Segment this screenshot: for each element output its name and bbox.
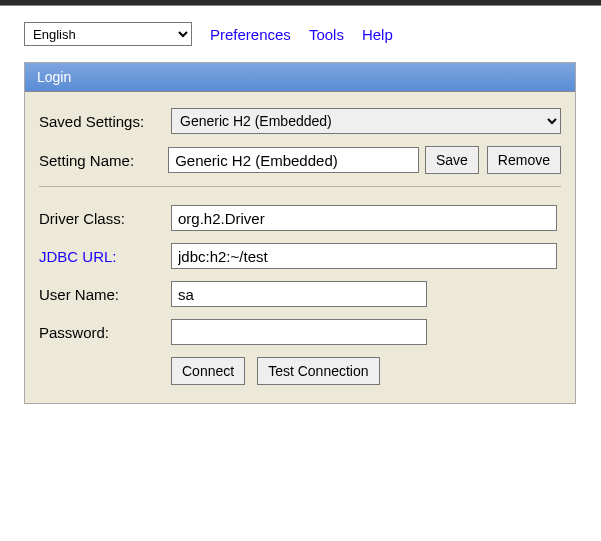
saved-settings-select[interactable]: Generic H2 (Embedded) (171, 108, 561, 134)
setting-buttons: Save Remove (425, 146, 561, 174)
login-panel: Login Saved Settings: Generic H2 (Embedd… (24, 62, 576, 404)
panel-title: Login (25, 63, 575, 92)
jdbc-url-label[interactable]: JDBC URL: (39, 248, 171, 265)
remove-button[interactable]: Remove (487, 146, 561, 174)
connect-button[interactable]: Connect (171, 357, 245, 385)
saved-settings-row: Saved Settings: Generic H2 (Embedded) (39, 108, 561, 134)
password-row: Password: (39, 319, 561, 345)
divider (39, 186, 561, 187)
action-buttons: Connect Test Connection (171, 357, 380, 385)
setting-name-row: Setting Name: Save Remove (39, 146, 561, 174)
setting-name-label: Setting Name: (39, 152, 168, 169)
user-name-input[interactable] (171, 281, 427, 307)
top-nav: English Preferences Tools Help (0, 6, 601, 62)
preferences-link[interactable]: Preferences (210, 26, 291, 43)
driver-class-label: Driver Class: (39, 210, 171, 227)
driver-class-input[interactable] (171, 205, 557, 231)
user-name-label: User Name: (39, 286, 171, 303)
setting-name-input[interactable] (168, 147, 419, 173)
language-select[interactable]: English (24, 22, 192, 46)
driver-class-row: Driver Class: (39, 205, 561, 231)
action-spacer (39, 357, 171, 385)
panel-body: Saved Settings: Generic H2 (Embedded) Se… (25, 92, 575, 403)
help-link[interactable]: Help (362, 26, 393, 43)
user-name-row: User Name: (39, 281, 561, 307)
tools-link[interactable]: Tools (309, 26, 344, 43)
save-button[interactable]: Save (425, 146, 479, 174)
password-input[interactable] (171, 319, 427, 345)
jdbc-url-row: JDBC URL: (39, 243, 561, 269)
test-connection-button[interactable]: Test Connection (257, 357, 379, 385)
jdbc-url-input[interactable] (171, 243, 557, 269)
password-label: Password: (39, 324, 171, 341)
saved-settings-label: Saved Settings: (39, 113, 171, 130)
action-row: Connect Test Connection (39, 357, 561, 385)
